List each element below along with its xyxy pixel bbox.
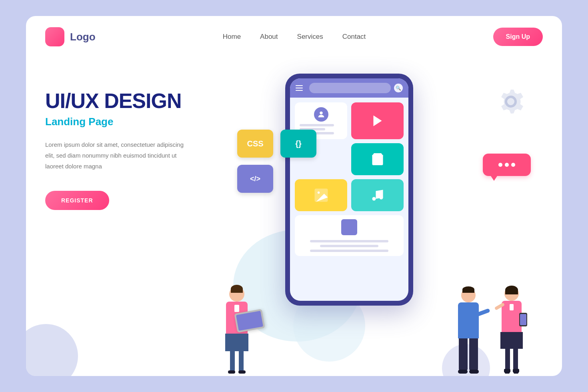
hamburger-line-3 bbox=[296, 90, 303, 91]
svg-point-0 bbox=[320, 112, 322, 114]
bottom-text-line-3 bbox=[310, 250, 388, 252]
nav-contact[interactable]: Contact bbox=[342, 33, 366, 41]
hero-illustration: CSS {} </> 🔍 bbox=[213, 66, 543, 374]
person1-head bbox=[229, 286, 244, 302]
register-button[interactable]: REGISTER bbox=[45, 191, 109, 210]
hero-subtitle: Landing Page bbox=[45, 116, 213, 128]
phone-screen: 🔍 bbox=[290, 78, 408, 301]
bottom-text-card bbox=[295, 215, 404, 256]
phone-search-icon: 🔍 bbox=[394, 84, 403, 92]
nav-links: Home About Services Contact bbox=[223, 33, 366, 41]
person2-leg-left bbox=[459, 338, 468, 370]
person3-hair bbox=[505, 286, 518, 294]
image-icon bbox=[312, 186, 330, 204]
person1-leg-right bbox=[239, 351, 244, 371]
hamburger-line-1 bbox=[296, 85, 303, 86]
logo-text: Logo bbox=[70, 31, 96, 43]
bottom-text-line-2 bbox=[320, 245, 378, 247]
person2-head bbox=[461, 288, 476, 302]
person2-pants bbox=[459, 338, 478, 370]
person1-legs bbox=[230, 351, 244, 371]
navbar: Logo Home About Services Contact Sign Up bbox=[26, 16, 562, 58]
nav-services[interactable]: Services bbox=[297, 33, 323, 41]
css-tag: CSS bbox=[237, 130, 273, 158]
hero-title: UI/UX DESIGN bbox=[45, 90, 213, 112]
video-play-icon bbox=[370, 114, 385, 128]
person3-leg-right bbox=[513, 349, 518, 370]
svg-point-5 bbox=[372, 197, 376, 201]
image-app-card bbox=[295, 179, 347, 211]
person3-shoes bbox=[504, 369, 519, 374]
person3-head bbox=[504, 286, 519, 301]
phone-status-bar: 🔍 bbox=[290, 78, 408, 98]
person3-leg-left bbox=[505, 349, 510, 370]
person3-heel-left bbox=[504, 369, 510, 374]
person-3-woman bbox=[500, 286, 523, 374]
person3-legs bbox=[505, 349, 518, 370]
person3-body bbox=[502, 301, 522, 332]
person1-body bbox=[226, 302, 248, 334]
text-line-1 bbox=[300, 124, 334, 126]
gear-icon bbox=[495, 86, 527, 118]
person3-heel-right bbox=[513, 369, 519, 374]
cart-app-card bbox=[351, 143, 404, 175]
person3-collar bbox=[510, 304, 514, 310]
person3-skirt bbox=[500, 332, 523, 349]
phone-search-bar[interactable] bbox=[309, 83, 391, 93]
phone-app-grid bbox=[290, 98, 408, 261]
person2-arm bbox=[476, 308, 490, 316]
bottom-text-line-1 bbox=[310, 240, 388, 242]
hero-section: UI/UX DESIGN Landing Page Lorem ipsum do… bbox=[26, 58, 562, 374]
chat-dot-2 bbox=[505, 163, 509, 167]
svg-marker-1 bbox=[373, 116, 382, 126]
person-1-laptop bbox=[225, 286, 248, 374]
svg-point-6 bbox=[379, 196, 383, 200]
music-icon bbox=[370, 188, 385, 202]
svg-point-4 bbox=[317, 192, 320, 194]
logo-icon bbox=[45, 27, 64, 46]
hamburger-icon bbox=[296, 85, 303, 91]
person2-shoe-right bbox=[469, 370, 479, 374]
logo-area: Logo bbox=[45, 27, 96, 46]
chat-bubble bbox=[483, 154, 531, 176]
person-2-man bbox=[458, 288, 479, 374]
person1-shoe-right bbox=[238, 370, 246, 374]
nav-about[interactable]: About bbox=[260, 33, 278, 41]
hero-left: UI/UX DESIGN Landing Page Lorem ipsum do… bbox=[45, 66, 213, 374]
person2-shoes bbox=[458, 370, 479, 374]
person1-shoe-left bbox=[228, 370, 235, 374]
person2-leg-right bbox=[469, 338, 478, 370]
nav-home[interactable]: Home bbox=[223, 33, 241, 41]
hamburger-line-2 bbox=[296, 88, 303, 88]
profile-icon bbox=[314, 107, 328, 122]
signup-button[interactable]: Sign Up bbox=[493, 28, 543, 46]
person1-leg-left bbox=[230, 351, 235, 371]
person1-skirt bbox=[225, 334, 248, 351]
person1-shoes bbox=[228, 370, 246, 374]
person2-body bbox=[458, 302, 479, 338]
hero-description: Lorem ipsum dolor sit amet, consectetuer… bbox=[45, 139, 189, 172]
person1-collar bbox=[234, 305, 239, 312]
main-card: Logo Home About Services Contact Sign Up… bbox=[26, 16, 562, 376]
phone-mockup: 🔍 bbox=[285, 74, 413, 306]
person3-arm-point bbox=[494, 302, 505, 310]
html-tag: </> bbox=[237, 165, 273, 193]
music-app-card bbox=[351, 179, 404, 211]
json-tag: {} bbox=[280, 130, 316, 158]
person2-hair bbox=[462, 286, 474, 293]
person1-hair bbox=[231, 285, 243, 293]
person2-shoe-left bbox=[458, 370, 468, 374]
chat-dot-1 bbox=[498, 163, 502, 167]
person3-phone bbox=[519, 313, 527, 326]
chat-dot-3 bbox=[511, 163, 515, 167]
cart-icon bbox=[370, 152, 385, 166]
video-app-card bbox=[351, 102, 404, 139]
